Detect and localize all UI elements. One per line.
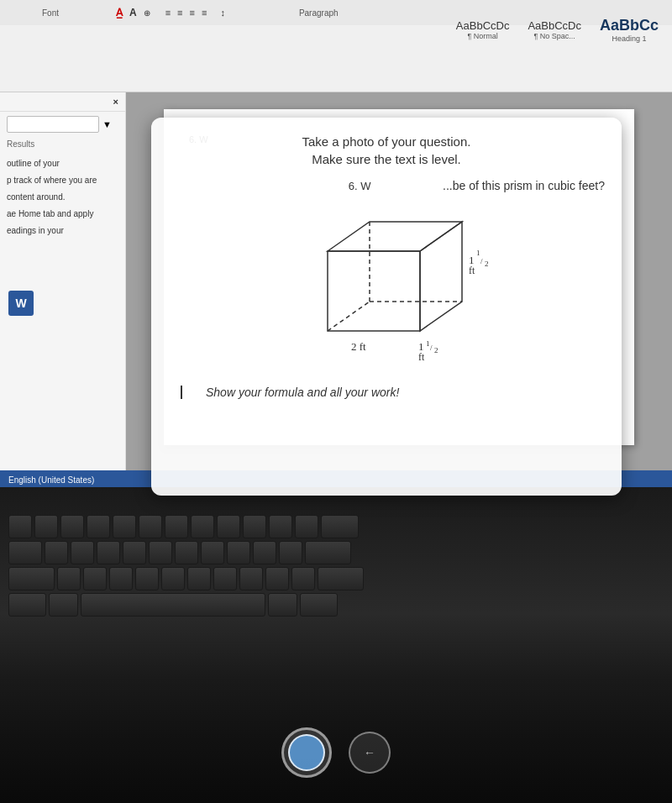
- key-c: [109, 567, 133, 590]
- font-section-label: Font: [42, 8, 59, 18]
- svg-text:/: /: [430, 344, 433, 352]
- key-bracket-l: [269, 515, 292, 538]
- question-number-partial: 6. W: [349, 180, 371, 192]
- key-z: [57, 567, 81, 590]
- sidebar-nav-items: outline of your p track of where you are…: [0, 151, 125, 244]
- key-j: [201, 541, 224, 564]
- sidebar-close-btn[interactable]: ×: [113, 97, 118, 107]
- key-tab: [8, 541, 42, 564]
- key-backspace: [321, 515, 359, 538]
- key-u: [165, 515, 188, 538]
- nav-item-3[interactable]: content around.: [7, 189, 118, 206]
- capture-button[interactable]: [281, 727, 332, 778]
- back-icon: ←: [364, 746, 375, 759]
- search-dropdown-icon[interactable]: ▼: [102, 119, 112, 129]
- svg-text:2 ft: 2 ft: [351, 340, 366, 353]
- key-q: [8, 515, 32, 538]
- align-left-icon[interactable]: ≡: [165, 8, 171, 18]
- camera-msg-line1: Take a photo of your question.: [302, 134, 471, 149]
- key-s: [71, 541, 94, 564]
- key-ctrl-r: [300, 593, 338, 617]
- key-i: [191, 515, 214, 538]
- key-semi: [279, 541, 302, 564]
- styles-area: AaBbCcDc ¶ Normal AaBbCcDc ¶ No Spac... …: [443, 0, 672, 59]
- keyboard-row-3: [8, 567, 664, 590]
- key-x: [83, 567, 107, 590]
- keyboard-container: [0, 487, 672, 617]
- key-t: [113, 515, 136, 538]
- key-k: [227, 541, 250, 564]
- key-ctrl-l: [8, 593, 46, 617]
- style-normal-label: ¶ Normal: [467, 32, 497, 40]
- key-l: [253, 541, 276, 564]
- svg-line-3: [328, 302, 370, 331]
- sidebar-header: ×: [0, 92, 125, 112]
- nav-item-5[interactable]: eadings in your: [7, 223, 118, 239]
- svg-text:ft: ft: [469, 265, 475, 276]
- nav-item-1[interactable]: outline of your: [7, 155, 118, 172]
- toolbar-top: Font A̲ A ⊕ ≡ ≡ ≡ ≡ ↕ Paragraph AaBbCcDc…: [0, 0, 672, 25]
- key-enter: [305, 541, 351, 564]
- paragraph-section-label: Paragraph: [299, 8, 339, 18]
- question-text-partial: ...be of this prism in cubic feet?: [443, 179, 605, 192]
- style-nospace-label: ¶ No Spac...: [534, 32, 575, 40]
- svg-marker-0: [328, 251, 420, 331]
- status-language: English (United States): [8, 475, 94, 485]
- camera-overlay: Take a photo of your question. Make sure…: [151, 118, 622, 496]
- question-partial-text: 6. W ...be of this prism in cubic feet?: [168, 179, 605, 192]
- style-normal[interactable]: AaBbCcDc ¶ Normal: [451, 17, 515, 43]
- key-e: [60, 515, 84, 538]
- align-justify-icon[interactable]: ≡: [202, 8, 207, 18]
- font-a-icon: A: [129, 7, 137, 18]
- camera-msg-line2: Make sure the text is level.: [302, 152, 471, 166]
- key-alt-l: [49, 593, 78, 617]
- formula-text: Show your formula and all your work!: [206, 386, 399, 399]
- key-d: [97, 541, 120, 564]
- key-g: [149, 541, 172, 564]
- key-shift-l: [8, 567, 55, 590]
- key-o: [217, 515, 240, 538]
- sidebar-results-label: Results: [0, 137, 125, 151]
- capture-button-inner: [288, 734, 325, 771]
- keyboard-row-1: [8, 515, 664, 538]
- camera-message: Take a photo of your question. Make sure…: [302, 134, 471, 166]
- svg-marker-2: [420, 222, 462, 331]
- key-v: [135, 567, 159, 590]
- cube-svg: 1 1 / 2 ft 2 ft 1 1 / 2 ft: [277, 201, 496, 369]
- key-w: [34, 515, 58, 538]
- key-h: [175, 541, 198, 564]
- key-m: [213, 567, 237, 590]
- navigation-pane: × ▼ Results outline of your p track of w…: [0, 92, 126, 487]
- keyboard-row-4: [8, 593, 664, 617]
- nav-item-4[interactable]: ae Home tab and apply: [7, 206, 118, 223]
- nav-item-2[interactable]: p track of where you are: [7, 172, 118, 189]
- font-color-icon: A̲: [116, 7, 123, 18]
- key-b: [161, 567, 185, 590]
- cube-diagram: 1 1 / 2 ft 2 ft 1 1 / 2 ft: [277, 201, 496, 369]
- bottom-buttons: ←: [281, 727, 391, 778]
- svg-text:/: /: [480, 257, 483, 265]
- key-r: [87, 515, 110, 538]
- style-heading[interactable]: AaBbCc Heading 1: [595, 14, 664, 45]
- word-taskbar-icon[interactable]: W: [8, 291, 34, 316]
- keyboard-row-2: [8, 541, 664, 564]
- style-heading-sample: AaBbCc: [600, 17, 659, 34]
- font-plus-icon: ⊕: [144, 8, 150, 18]
- search-input[interactable]: [7, 116, 99, 133]
- align-right-icon[interactable]: ≡: [190, 8, 195, 18]
- back-button[interactable]: ←: [349, 732, 391, 774]
- style-nospace[interactable]: AaBbCcDc ¶ No Spac...: [522, 17, 586, 43]
- style-nospace-sample: AaBbCcDc: [528, 19, 581, 32]
- word-icon-label: W: [15, 297, 26, 310]
- key-comma: [239, 567, 263, 590]
- key-bracket-r: [295, 515, 318, 538]
- key-period: [265, 567, 289, 590]
- key-n: [187, 567, 211, 590]
- key-alt-r: [268, 593, 297, 617]
- align-center-icon[interactable]: ≡: [177, 8, 182, 18]
- line-spacing-icon[interactable]: ↕: [220, 8, 225, 18]
- key-space: [81, 593, 265, 617]
- key-a: [45, 541, 68, 564]
- key-y: [139, 515, 162, 538]
- key-f: [123, 541, 146, 564]
